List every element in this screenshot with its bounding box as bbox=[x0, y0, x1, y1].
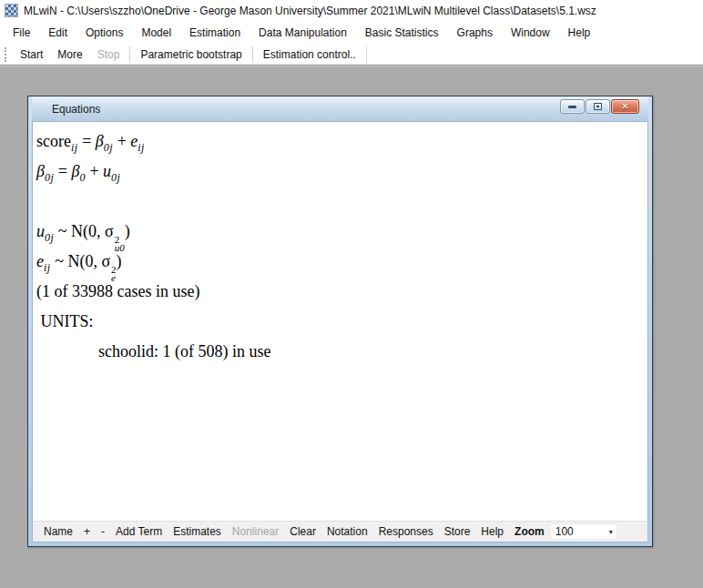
equations-client: scoreij = β0j + eijβ0j = β0 + u0ju0j ~ N… bbox=[32, 121, 648, 542]
equations-titlebar[interactable]: Equations ✕ bbox=[32, 96, 648, 121]
eq-help-button[interactable]: Help bbox=[475, 522, 509, 541]
window-titlebar: MLwiN - C:\Users\szzho\OneDrive - George… bbox=[0, 0, 703, 21]
equation-line[interactable]: UNITS: bbox=[36, 307, 647, 337]
zoom-value: 100 bbox=[555, 525, 574, 538]
mlwin-app-icon bbox=[5, 4, 18, 17]
equation-line[interactable]: β0j = β0 + u0j bbox=[36, 157, 647, 187]
zoom-combobox[interactable]: 100 ▾ bbox=[550, 523, 617, 540]
menu-file[interactable]: File bbox=[4, 23, 39, 43]
toolbar-separator bbox=[129, 46, 130, 63]
eq-responses-button[interactable]: Responses bbox=[373, 522, 439, 541]
window-controls: ✕ bbox=[560, 99, 639, 114]
window-title: MLwiN - C:\Users\szzho\OneDrive - George… bbox=[24, 5, 596, 17]
toolbar-grip[interactable] bbox=[5, 47, 8, 62]
equations-window-title: Equations bbox=[52, 103, 100, 116]
menubar: File Edit Options Model Estimation Data … bbox=[0, 21, 703, 44]
eq-notation-button[interactable]: Notation bbox=[321, 522, 373, 541]
menu-help[interactable]: Help bbox=[559, 23, 600, 43]
equation-line[interactable] bbox=[36, 187, 647, 217]
menu-basic-statistics[interactable]: Basic Statistics bbox=[356, 23, 448, 43]
eq-add-term-button[interactable]: Add Term bbox=[110, 522, 168, 541]
menu-model[interactable]: Model bbox=[132, 23, 180, 43]
toolbar-separator bbox=[252, 46, 253, 63]
menu-graphs[interactable]: Graphs bbox=[448, 23, 502, 43]
eq-minus-button[interactable]: - bbox=[96, 522, 110, 541]
menu-window[interactable]: Window bbox=[502, 23, 559, 43]
close-icon: ✕ bbox=[621, 102, 628, 111]
eq-estimates-button[interactable]: Estimates bbox=[168, 522, 227, 541]
eq-nonlinear-button: Nonlinear bbox=[227, 522, 284, 541]
minimize-button[interactable] bbox=[560, 99, 585, 114]
toolbar-start-button[interactable]: Start bbox=[13, 46, 50, 64]
main-toolbar: Start More Stop Parametric bootstrap Est… bbox=[0, 44, 703, 66]
equation-line[interactable]: scoreij = β0j + eij bbox=[36, 127, 647, 157]
chevron-down-icon: ▾ bbox=[609, 528, 613, 536]
menu-options[interactable]: Options bbox=[76, 23, 132, 43]
eq-name-button[interactable]: Name bbox=[38, 522, 78, 541]
toolbar-parametric-bootstrap-button[interactable]: Parametric bootstrap bbox=[133, 46, 249, 64]
eq-plus-button[interactable]: + bbox=[78, 522, 96, 541]
equation-line[interactable]: u0j ~ N(0, σ2u0) bbox=[36, 217, 647, 247]
equations-toolbar: Name + - Add Term Estimates Nonlinear Cl… bbox=[33, 521, 647, 542]
equation-line[interactable]: schoolid: 1 (of 508) in use bbox=[36, 337, 647, 367]
equations-window: Equations ✕ scoreij = β0j + eijβ0j = β0 … bbox=[27, 96, 653, 547]
menu-estimation[interactable]: Estimation bbox=[180, 23, 250, 43]
toolbar-stop-button: Stop bbox=[90, 46, 127, 64]
close-button[interactable]: ✕ bbox=[611, 99, 639, 114]
mdi-workspace: Equations ✕ scoreij = β0j + eijβ0j = β0 … bbox=[0, 67, 703, 588]
eq-clear-button[interactable]: Clear bbox=[284, 522, 321, 541]
equation-line[interactable]: (1 of 33988 cases in use) bbox=[36, 277, 647, 307]
equation-line[interactable]: eij ~ N(0, σ2e) bbox=[36, 247, 647, 277]
menu-edit[interactable]: Edit bbox=[39, 23, 76, 43]
minimize-icon bbox=[568, 106, 576, 108]
toolbar-more-button[interactable]: More bbox=[50, 46, 89, 64]
eq-store-button[interactable]: Store bbox=[439, 522, 476, 541]
equations-content: scoreij = β0j + eijβ0j = β0 + u0ju0j ~ N… bbox=[33, 122, 647, 521]
maximize-button[interactable] bbox=[586, 99, 610, 114]
toolbar-separator bbox=[366, 46, 367, 63]
maximize-icon bbox=[594, 103, 602, 110]
menu-data-manipulation[interactable]: Data Manipulation bbox=[250, 23, 356, 43]
eq-zoom-label: Zoom bbox=[509, 522, 546, 541]
toolbar-estimation-control-button[interactable]: Estimation control.. bbox=[256, 46, 363, 64]
